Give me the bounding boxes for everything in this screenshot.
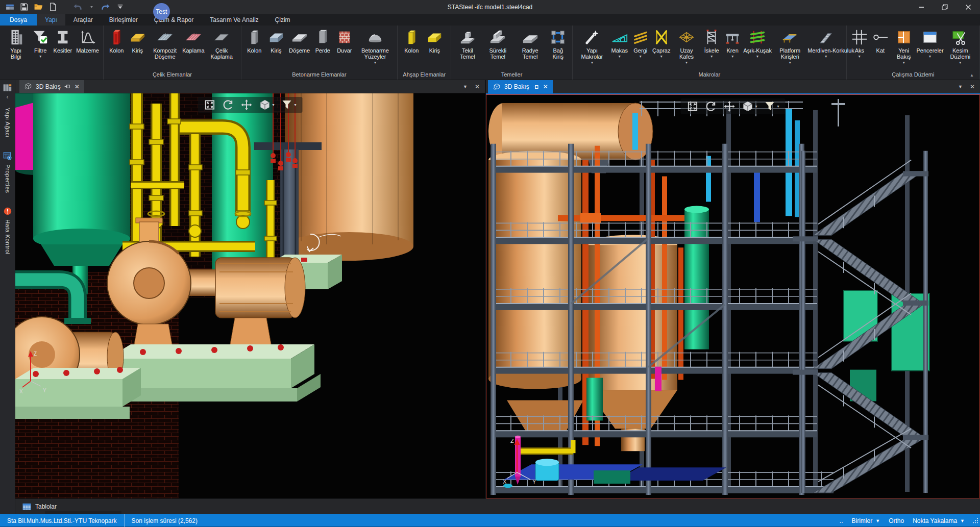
ribbon-button-storey-level[interactable]: Kat [871, 28, 890, 55]
ribbon-button-steel-column[interactable]: Kolon [107, 28, 126, 55]
pane-close-icon[interactable]: ✕ [475, 83, 480, 90]
dropdown-caret-icon: ▼ [756, 55, 760, 58]
sidebar-tab-label: Yapı Ağacı [5, 108, 11, 138]
resize-grip[interactable] [972, 517, 978, 525]
ribbon-button-windows-layout[interactable]: Pencereler▼ [918, 28, 943, 59]
ribbon-button-platform-beams[interactable]: Platform Kirişleri▼ [773, 28, 807, 65]
new-file-button[interactable] [47, 2, 58, 13]
ribbon-button-single-footing[interactable]: Tekil Temel [454, 28, 481, 61]
open-folder-button[interactable] [33, 2, 43, 13]
pan-button[interactable] [723, 101, 735, 112]
ribbon-button-label: Filtre [34, 47, 46, 54]
pin-icon[interactable] [532, 84, 539, 90]
title-bar: STASteel -ifc model1.steel4cad [0, 0, 980, 14]
menu-tab-0[interactable]: Dosya [0, 14, 37, 26]
timber-column-icon [403, 29, 420, 46]
view-cube-tab-icon [24, 82, 33, 91]
menu-tab-1[interactable]: Yapı [37, 14, 65, 26]
status-item-1[interactable]: Birimler▼ [852, 517, 880, 524]
viewport-3d-scene-left[interactable] [15, 93, 485, 498]
status-item-3[interactable]: Nokta Yakalama▼ [913, 517, 965, 524]
viewport-3d-scene-right[interactable] [486, 95, 979, 498]
ribbon-button-strip-footing[interactable]: Sürekli Temel [482, 28, 513, 61]
minimize-button[interactable] [910, 0, 933, 14]
ribbon-button-concrete-beam[interactable]: Kiriş [266, 28, 286, 55]
sidebar-collapse-icon[interactable]: ‹ [7, 93, 9, 101]
sidebar-tab-0[interactable]: ‹Yapı Ağacı [3, 83, 13, 138]
ribbon-collapse-icon[interactable]: ▲ [970, 73, 974, 78]
ribbon-button-steel-beam[interactable]: Kiriş [128, 28, 147, 55]
ribbon-button-mat-footing[interactable]: Radye Temel [515, 28, 546, 61]
menu-tab-6[interactable]: Çizim [267, 14, 299, 26]
menu-tab-5[interactable]: Tasarım Ve Analiz [202, 14, 266, 26]
section-profile-icon [54, 29, 71, 46]
view-cube-button[interactable]: ▾ [259, 99, 274, 111]
ribbon-button-purlin-girt[interactable]: Aşık-Kuşak▼ [744, 28, 771, 59]
menu-tab-3[interactable]: Birleşimler [101, 14, 146, 26]
restore-button[interactable] [933, 0, 957, 14]
ribbon-button-concrete-dome[interactable]: Betonarme Yüzeyler▼ [356, 28, 395, 65]
viewport-tab-3d-bakis-active[interactable]: 3D Bakış ✕ [488, 80, 553, 93]
ribbon-button-magic-wand[interactable]: Yapı Makrolar▼ [576, 28, 608, 65]
save-button[interactable] [19, 2, 29, 13]
view-filter-button[interactable]: ▾ [281, 99, 297, 111]
close-button[interactable] [957, 0, 980, 14]
ribbon-button-shear-wall[interactable]: Perde [313, 28, 333, 55]
ribbon-button-brick-wall[interactable]: Duvar [334, 28, 355, 55]
status-last-operation: Son işlem süresi (2,562) [124, 514, 205, 527]
tab-close-icon[interactable]: ✕ [75, 83, 80, 90]
zoom-extents-button[interactable] [687, 101, 698, 112]
status-item-2[interactable]: Ortho [889, 517, 904, 524]
restore-icon [942, 4, 948, 10]
tablolar-tab[interactable]: Tablolar [35, 503, 57, 510]
undo-button[interactable] [72, 2, 82, 13]
view-filter-button[interactable]: ▾ [764, 101, 779, 112]
pane-menu-icon[interactable]: ▼ [958, 84, 963, 89]
ribbon-button-tie-rod[interactable]: Gergi▼ [631, 28, 650, 59]
ribbon-button-composite-deck[interactable]: Kompozit Döşeme [149, 28, 181, 61]
ribbon-button-building[interactable]: Yapı Bilgi [3, 28, 29, 61]
ribbon-button-stairs[interactable]: Merdiven-Korkuluk▼ [808, 28, 843, 59]
ribbon-button-timber-column[interactable]: Kolon [401, 28, 422, 55]
orbit-button[interactable] [222, 99, 234, 111]
pan-button[interactable] [240, 99, 252, 111]
toolbar-options-button[interactable] [115, 2, 125, 13]
ribbon-button-steel-cladding[interactable]: Çelik Kaplama [206, 28, 238, 61]
ribbon-button-axis-grid[interactable]: Aks▼ [850, 28, 869, 59]
ribbon-button-truss[interactable]: Makas▼ [610, 28, 629, 59]
ribbon-button-x-brace[interactable]: Çapraz▼ [652, 28, 671, 59]
ribbon-button-section-plane[interactable]: Kesim Düzlemi▼ [944, 28, 976, 65]
menu-tab-label: Dosya [10, 16, 27, 23]
ribbon-button-concrete-column[interactable]: Kolon [244, 28, 265, 55]
ribbon-button-scaffold[interactable]: İskele▼ [702, 28, 721, 59]
pane-menu-icon[interactable]: ▼ [463, 84, 468, 89]
ribbon-button-material-curve[interactable]: Malzeme [75, 28, 100, 55]
status-item-0[interactable]: .. [840, 517, 843, 524]
app-logo-button[interactable] [5, 2, 15, 13]
ribbon-button-filter-check[interactable]: Filtre▼ [30, 28, 51, 59]
ribbon-button-tie-beam[interactable]: Bağ Kiriş [547, 28, 569, 61]
ribbon-button-concrete-slab[interactable]: Döşeme [288, 28, 311, 55]
sidebar-tab-2[interactable]: Hata Kontrol [3, 206, 13, 255]
redo-button[interactable] [101, 2, 111, 13]
ribbon-button-space-frame[interactable]: Uzay Kafes▼ [673, 28, 700, 65]
ribbon-button-section-profile[interactable]: Kesitler [52, 28, 74, 55]
ribbon-button-timber-beam[interactable]: Kiriş [424, 28, 445, 55]
pane-close-icon[interactable]: ✕ [970, 83, 975, 90]
orbit-button[interactable] [705, 101, 717, 112]
ribbon-button-new-view[interactable]: Yeni Bakış▼ [892, 28, 916, 65]
menu-tab-2[interactable]: Araçlar [65, 14, 101, 26]
ribbon-button-crane[interactable]: Kren▼ [723, 28, 742, 59]
ribbon-group-5: Yapı Makrolar▼Makas▼Gergi▼Çapraz▼Uzay Ka… [573, 26, 847, 80]
sidebar-tab-1[interactable]: Properties [3, 151, 13, 193]
ribbon-button-cladding[interactable]: Kaplama [183, 28, 204, 55]
view-cube-button[interactable]: ▾ [742, 101, 757, 112]
tab-close-icon[interactable]: ✕ [543, 83, 548, 90]
menu-tab-4[interactable]: Çizim & RaporTest [146, 14, 202, 26]
viewport-tab-3d-bakis[interactable]: 3D Bakış ✕ [19, 80, 84, 93]
ribbon-group-6: Aks▼KatYeni Bakış▼Pencereler▼Kesim Düzle… [847, 26, 980, 80]
pin-icon[interactable] [64, 83, 70, 90]
steel-beam-icon [129, 29, 146, 46]
caret-down-button[interactable] [86, 2, 96, 13]
zoom-extents-button[interactable] [204, 99, 215, 111]
